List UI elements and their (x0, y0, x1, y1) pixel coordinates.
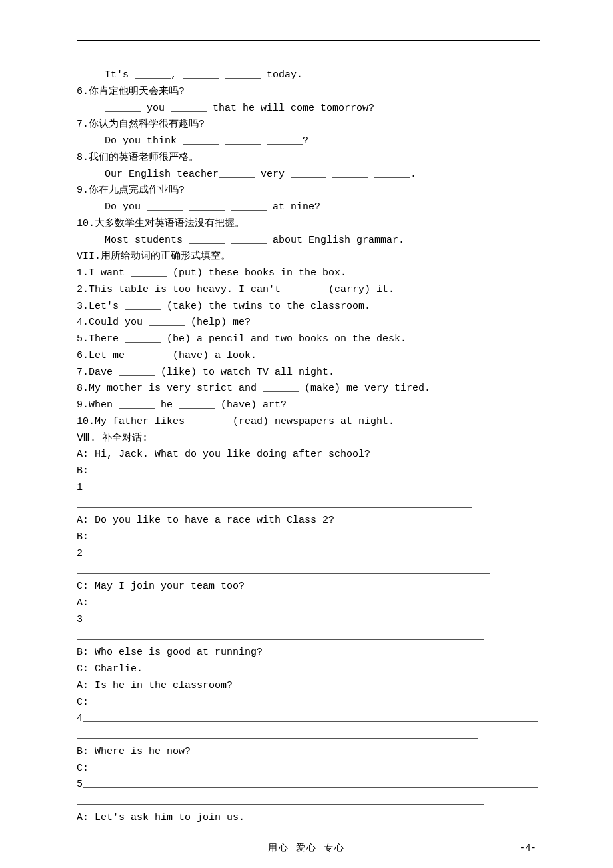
q6-prompt: 6.你肯定他明天会来吗? (77, 84, 540, 101)
q6-en: ______ you ______ that he will come tomo… (77, 101, 540, 117)
dlg-ans5: 5_______________________________________… (77, 777, 540, 810)
section-vii-heading: VII.用所给动词的正确形式填空。 (77, 249, 540, 265)
vii-7: 7.Dave ______ (like) to watch TV all nig… (77, 365, 540, 381)
dlg-b3: B: Who else is good at running? (77, 645, 540, 661)
dlg-c2: C: Charlie. (77, 661, 540, 678)
dlg-c1: C: May I join your team too? (77, 579, 540, 595)
dlg-b1: B: (77, 463, 540, 480)
vii-8: 8.My mother is very strict and ______ (m… (77, 381, 540, 397)
dlg-c4: C: (77, 761, 540, 777)
vii-9: 9.When ______ he ______ (have) art? (77, 397, 540, 414)
vii-10: 10.My father likes ______ (read) newspap… (77, 414, 540, 431)
vii-5: 5.There ______ (be) a pencil and two boo… (77, 331, 540, 348)
dlg-ans4: 4_______________________________________… (77, 711, 540, 744)
dlg-a4: A: Is he in the classroom? (77, 678, 540, 695)
q10-en: Most students ______ ______ about Englis… (77, 233, 540, 249)
q8-prompt: 8.我们的英语老师很严格。 (77, 150, 540, 167)
dlg-c3: C: (77, 695, 540, 711)
vii-6: 6.Let me ______ (have) a look. (77, 348, 540, 365)
vii-2: 2.This table is too heavy. I can't _____… (77, 282, 540, 299)
dlg-a2: A: Do you like to have a race with Class… (77, 513, 540, 529)
vii-1: 1.I want ______ (put) these books in the… (77, 265, 540, 282)
dlg-b2: B: (77, 529, 540, 546)
dlg-a3: A: (77, 595, 540, 612)
q7-prompt: 7.你认为自然科学很有趣吗? (77, 117, 540, 133)
vii-4: 4.Could you ______ (help) me? (77, 315, 540, 331)
dlg-ans3: 3_______________________________________… (77, 612, 540, 645)
dlg-b4: B: Where is he now? (77, 744, 540, 761)
q8-en: Our English teacher______ very ______ __… (77, 167, 540, 183)
section-viii-heading: Ⅷ. 补全对话: (77, 431, 540, 447)
top-rule (77, 40, 540, 41)
q9-prompt: 9.你在九点完成作业吗? (77, 183, 540, 199)
q5-en: It's ______, ______ ______ today. (77, 67, 540, 84)
dlg-a1: A: Hi, Jack. What do you like doing afte… (77, 447, 540, 463)
q10-prompt: 10.大多数学生对英语语法没有把握。 (77, 216, 540, 233)
vii-3: 3.Let's ______ (take) the twins to the c… (77, 299, 540, 315)
q7-en: Do you think ______ ______ ______? (77, 133, 540, 150)
dlg-ans1: 1_______________________________________… (77, 480, 540, 513)
page-number: -4- (520, 841, 536, 856)
q9-en: Do you ______ ______ ______ at nine? (77, 199, 540, 216)
dlg-a5: A: Let's ask him to join us. (77, 810, 540, 827)
dlg-ans2: 2_______________________________________… (77, 546, 540, 579)
